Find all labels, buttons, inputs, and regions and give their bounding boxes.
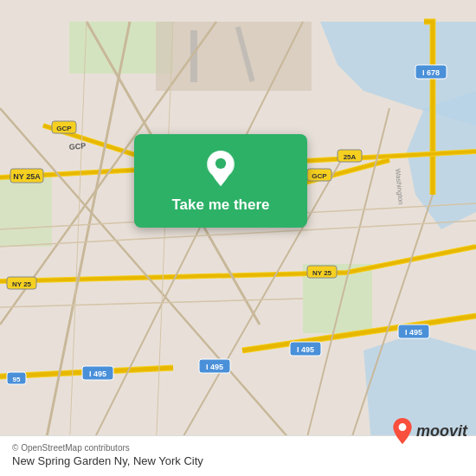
svg-text:GCP: GCP (312, 172, 327, 180)
map-container: GCP GCP NY 25A NY 25A 25A NY 25 NY 25 I … (0, 0, 476, 476)
svg-point-37 (215, 158, 226, 169)
svg-rect-4 (156, 22, 312, 91)
svg-text:I 495: I 495 (405, 328, 422, 337)
bottom-bar: © OpenStreetMap contributors New Spring … (0, 435, 476, 476)
svg-text:GCP: GCP (56, 125, 72, 132)
moovit-logo: moovit (390, 417, 467, 445)
svg-text:95: 95 (13, 376, 21, 383)
moovit-pin-icon (390, 417, 415, 445)
svg-point-38 (399, 423, 407, 431)
take-me-there-label: Take me there (171, 196, 269, 214)
svg-text:I 495: I 495 (89, 370, 106, 378)
svg-text:I 495: I 495 (206, 363, 223, 371)
map-background: GCP GCP NY 25A NY 25A 25A NY 25 NY 25 I … (0, 0, 476, 476)
svg-text:NY 25: NY 25 (12, 280, 32, 288)
moovit-label: moovit (416, 422, 467, 441)
location-name: New Spring Garden Ny, New York City (12, 454, 464, 467)
location-pin-icon (202, 150, 240, 188)
svg-text:GCP: GCP (68, 141, 86, 151)
svg-text:25A: 25A (344, 153, 357, 161)
take-me-there-card[interactable]: Take me there (134, 134, 307, 228)
svg-text:NY 25: NY 25 (312, 269, 332, 277)
svg-text:NY 25A: NY 25A (13, 172, 41, 181)
svg-rect-3 (0, 177, 52, 247)
svg-text:I 678: I 678 (422, 68, 440, 77)
svg-text:I 495: I 495 (297, 345, 314, 354)
